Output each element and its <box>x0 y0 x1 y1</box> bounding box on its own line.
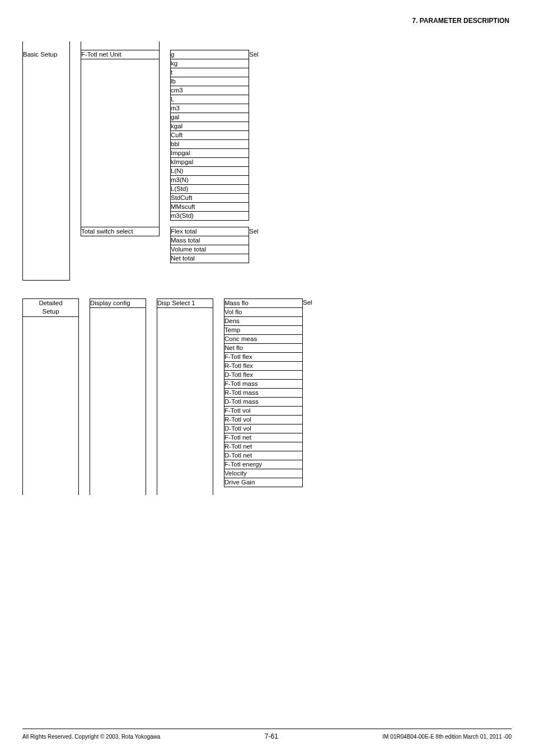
menu-detailed-setup: Detailed Setup <box>23 298 79 316</box>
page-footer: All Rights Reserved. Copyright © 2003, R… <box>22 729 512 740</box>
option-cell: L(Std) <box>171 185 249 194</box>
option-cell: Velocity <box>224 469 303 478</box>
param-f-totl-net-unit: F-Totl net Unit <box>81 50 160 59</box>
option-cell: m3(Std) <box>171 212 249 221</box>
footer-copyright: All Rights Reserved. Copyright © 2003, R… <box>22 734 160 740</box>
option-cell: gal <box>171 113 249 122</box>
option-cell: Vol flo <box>224 307 303 316</box>
option-cell: D-Totl mass <box>224 397 303 406</box>
option-cell: kgal <box>171 122 249 131</box>
option-cell: Net flo <box>224 343 303 352</box>
menu-basic-setup: Basic Setup <box>23 50 70 59</box>
option-cell: Mass total <box>171 236 249 245</box>
option-cell: D-Totl flex <box>224 370 303 379</box>
option-cell: MMscuft <box>171 203 249 212</box>
option-cell: Conc meas <box>224 334 303 343</box>
option-cell: L(N) <box>171 167 249 176</box>
option-cell: D-Totl net <box>224 451 303 460</box>
option-cell: StdCuft <box>171 194 249 203</box>
option-cell: bbl <box>171 140 249 149</box>
option-cell: kImpgal <box>171 158 249 167</box>
annot-sel: Sel <box>303 298 313 307</box>
option-cell: F-Totl vol <box>224 406 303 415</box>
option-cell: Cuft <box>171 131 249 140</box>
option-cell: Volume total <box>171 245 249 254</box>
option-cell: t <box>171 68 249 77</box>
annot-sel: Sel <box>249 227 259 236</box>
option-cell: cm3 <box>171 86 249 95</box>
option-cell: Mass flo <box>224 298 303 307</box>
section-header: 7. PARAMETER DESCRIPTION <box>22 17 512 25</box>
annot-sel: Sel <box>249 50 259 59</box>
option-cell: F-Totl net <box>224 433 303 442</box>
option-cell: Temp <box>224 325 303 334</box>
basic-setup-tree: Basic Setup F-Totl net Unit g Sel kg t l… <box>22 41 512 281</box>
footer-page-number: 7-61 <box>265 732 278 740</box>
option-cell: lb <box>171 77 249 86</box>
option-cell: R-Totl mass <box>224 388 303 397</box>
option-cell: Impgal <box>171 149 249 158</box>
option-cell: m3(N) <box>171 176 249 185</box>
option-cell: R-Totl net <box>224 442 303 451</box>
option-cell: kg <box>171 59 249 68</box>
option-cell: D-Totl vol <box>224 424 303 433</box>
submenu-display-config: Display config <box>90 298 146 307</box>
footer-doc-id: IM 01R04B04-00E-E 8th edition March 01, … <box>382 734 512 740</box>
option-cell: F-Totl mass <box>224 379 303 388</box>
option-cell: F-Totl energy <box>224 460 303 469</box>
option-cell: R-Totl vol <box>224 415 303 424</box>
option-cell: Net total <box>171 254 249 263</box>
option-cell: m3 <box>171 104 249 113</box>
option-cell: Dens <box>224 316 303 325</box>
param-disp-select-1: Disp Select 1 <box>157 298 213 307</box>
option-cell: L <box>171 95 249 104</box>
param-total-switch-select: Total switch select <box>81 227 160 236</box>
detailed-setup-tree: Detailed Setup Display config Disp Selec… <box>22 298 512 496</box>
option-cell: F-Totl flex <box>224 352 303 361</box>
option-cell: R-Totl flex <box>224 361 303 370</box>
option-cell: g <box>171 50 249 59</box>
option-cell: Flex total <box>171 227 249 236</box>
option-cell: Drive Gain <box>224 478 303 487</box>
